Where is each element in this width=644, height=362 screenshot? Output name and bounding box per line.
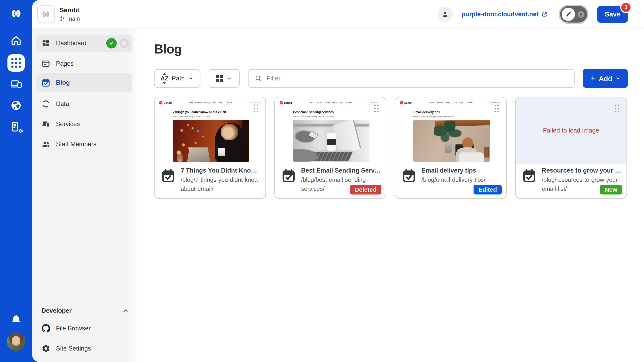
status-badge: New [600,185,622,194]
drag-handle-icon[interactable] [254,105,258,112]
drag-handle-icon[interactable] [374,105,378,112]
drag-handle-icon[interactable] [615,105,619,112]
gear-icon [576,10,586,19]
sidebar-item-label: Data [56,100,69,108]
filter-input[interactable] [267,75,568,82]
apps-grid-icon[interactable] [8,54,25,72]
account-button[interactable] [438,7,453,22]
preview-nav-link: Pricing [324,102,330,104]
preview-brand: Sendit [284,101,292,104]
blog-card[interactable]: Sendit Home Features Pricing About Blog … [274,97,386,199]
sidebar-item-site-settings[interactable]: Site Settings [36,340,132,357]
page-title: Blog [154,41,628,57]
empty-circle-icon [120,39,129,48]
card-thumbnail[interactable]: Sendit Home Features Pricing About Blog … [395,97,506,164]
sidebar-item-label: Dashboard [56,40,86,47]
gear-icon [18,128,24,134]
drag-handle-icon[interactable] [494,105,499,112]
site-builder-icon[interactable] [10,121,22,133]
chevron-up-icon [122,307,129,314]
grid-dots [11,58,21,68]
branch-name: main [67,15,80,22]
user-avatar[interactable] [7,333,25,351]
preview-nav-link: About [332,102,336,104]
sidebar-item-staff-members[interactable]: Staff Members [36,136,132,153]
sidebar-item-data[interactable]: Data [36,95,132,113]
sidebar-item-label: File Browser [56,325,90,332]
preview-nav-link: About [212,102,216,104]
site-logo[interactable] [37,5,55,23]
sidebar-item-services[interactable]: Services [36,115,132,133]
filter-box [248,69,574,88]
chevron-down-icon [615,76,620,81]
preview-nav-link: Home [188,102,193,104]
github-icon [42,324,50,333]
cloudcannon-logo-icon[interactable] [10,7,22,20]
developer-section-toggle[interactable]: Developer [42,305,129,317]
blog-calendar-icon [42,78,50,87]
calendar-check-icon [522,169,536,183]
card-title: 7 Things You Didnt Kno… [181,167,260,174]
gear-icon [42,344,50,353]
view-mode-dropdown[interactable] [209,69,240,88]
image-error-text: Failed to load image [543,127,599,134]
devices-icon[interactable] [10,78,22,90]
sidebar-item-dashboard[interactable]: Dashboard [36,34,132,52]
preview-url-link[interactable]: purple-door.cloudvent.net [462,11,548,18]
preview-nav-link: Features [316,102,322,104]
preview-nav-link: Features [436,102,443,104]
preview-brand-icon [400,101,403,104]
calendar-check-icon [281,169,296,183]
preview-heading: Email delivery tips [413,110,440,114]
preview-nav-link: Home [429,102,434,104]
sidebar-item-pages[interactable]: Pages [36,55,132,72]
pages-icon [42,59,50,68]
preview-meta: March 10, 2022 | Gerard Hopper | 2 minut… [413,116,454,118]
topbar: Sendit main purple-door.cloudvent.net [32,0,644,28]
preview-navbar: Sendit Home Features Pricing About Blog … [280,100,381,105]
add-button[interactable]: + Add [583,69,628,88]
sidebar-item-label: Pages [56,60,74,67]
preview-nav-links: Home Features Pricing About Blog Contact [188,102,232,104]
home-icon[interactable] [10,34,22,47]
save-button[interactable]: Save 3 [597,6,628,23]
dashboard-icon [42,39,50,48]
data-sync-icon [42,99,50,108]
preview-nav-link: Pricing [445,102,450,104]
globe-icon[interactable] [10,99,22,111]
preview-nav-link: Blog [218,102,222,104]
preview-cta: Get Started [490,101,501,105]
git-branch-icon [60,16,65,21]
preview-nav-link: Contact [466,102,472,104]
card-thumbnail[interactable]: Sendit Home Features Pricing About Blog … [154,97,266,164]
edit-settings-toggle[interactable] [559,5,588,24]
preview-nav-links: Home Features Pricing About Blog Contact [429,102,472,104]
preview-nav-link: About [452,102,457,104]
preview-nav-links: Home Features Pricing About Blog Contact [309,102,352,104]
preview-heading: Best email sending services [293,110,334,114]
sidebar-item-blog[interactable]: Blog [36,73,132,92]
bell-icon[interactable] [10,314,22,325]
save-count-badge: 3 [620,2,632,13]
blog-card[interactable]: Sendit Home Features Pricing About Blog … [154,97,266,199]
chevron-down-icon [222,102,224,103]
card-thumbnail-error[interactable]: Failed to load image [516,97,626,164]
developer-label: Developer [42,307,72,314]
preview-nav-link: Contact [346,102,352,104]
preview-cta: Get Started [249,101,260,105]
toggle-knob [562,8,575,21]
calendar-check-icon [161,169,176,183]
card-thumbnail[interactable]: Sendit Home Features Pricing About Blog … [275,97,386,164]
preview-nav-link: Pricing [204,102,210,104]
blog-card[interactable]: Failed to load image Resources to grow y… [515,97,627,199]
preview-cta: Get Started [369,101,381,105]
dashboard-status [106,38,129,48]
sidebar-item-file-browser[interactable]: File Browser [36,320,132,337]
sidebar-item-label: Staff Members [56,141,96,148]
preview-photo [413,120,490,162]
add-label: Add [599,75,612,82]
calendar-check-icon [402,169,416,183]
blog-card[interactable]: Sendit Home Features Pricing About Blog … [395,97,507,199]
card-path: /blog/7-things-you-didnt-know-about-emai… [181,175,260,193]
sort-dropdown[interactable]: AZ Path [154,69,200,88]
